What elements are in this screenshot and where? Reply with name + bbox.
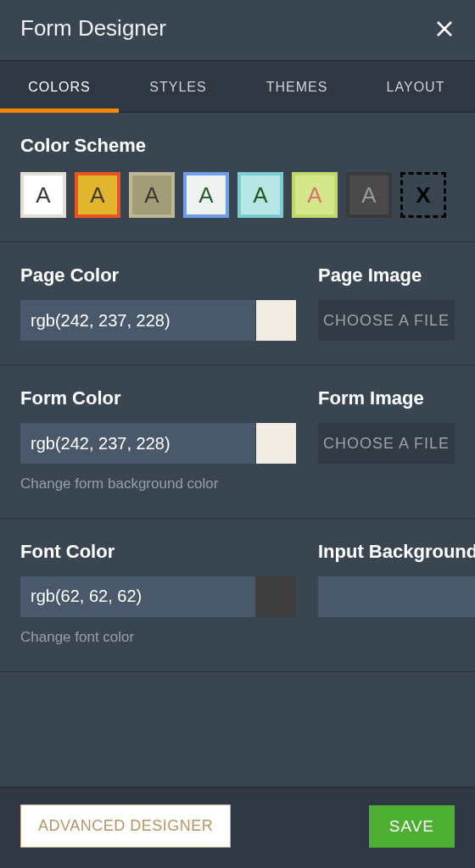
tab-layout[interactable]: LAYOUT <box>356 61 475 112</box>
form-color-input-wrap <box>20 423 296 464</box>
swatch-custom[interactable]: X <box>400 172 446 218</box>
page-color-label: Page Color <box>20 264 296 287</box>
section-font: Font Color Change font color Input Backg… <box>0 519 475 672</box>
form-color-input[interactable] <box>20 423 255 464</box>
form-color-helper: Change form background color <box>20 474 296 494</box>
font-color-input[interactable] <box>20 576 255 617</box>
page-choose-file-button[interactable]: CHOOSE A FILE <box>318 300 455 341</box>
swatch-2[interactable]: A <box>129 172 175 218</box>
page-title: Form Designer <box>20 15 166 42</box>
tab-styles[interactable]: STYLES <box>119 61 238 112</box>
section-form: Form Color Change form background color … <box>0 365 475 519</box>
header: Form Designer <box>0 0 475 60</box>
font-color-chip[interactable] <box>255 576 296 617</box>
section-color-scheme: Color Scheme AAAAAAAX <box>0 113 475 242</box>
form-choose-file-button[interactable]: CHOOSE A FILE <box>318 423 455 464</box>
swatch-0[interactable]: A <box>20 172 66 218</box>
tab-colors[interactable]: COLORS <box>0 61 119 112</box>
tabs: COLORS STYLES THEMES LAYOUT <box>0 60 475 113</box>
input-bg-label: Input Background <box>318 541 475 563</box>
font-color-input-wrap <box>20 576 296 617</box>
font-color-helper: Change font color <box>20 627 296 648</box>
color-scheme-title: Color Scheme <box>20 135 455 157</box>
swatch-4[interactable]: A <box>238 172 283 218</box>
swatch-5[interactable]: A <box>292 172 338 218</box>
form-image-label: Form Image <box>318 387 455 409</box>
page-color-input-wrap <box>20 300 296 341</box>
page-color-input[interactable] <box>20 300 255 341</box>
swatch-3[interactable]: A <box>183 172 229 218</box>
page-image-label: Page Image <box>318 264 455 287</box>
footer: ADVANCED DESIGNER SAVE <box>0 787 475 868</box>
section-page: Page Color Page Image CHOOSE A FILE <box>0 242 475 365</box>
swatch-row: AAAAAAAX <box>20 172 455 218</box>
save-button[interactable]: SAVE <box>369 805 455 848</box>
form-color-chip[interactable] <box>255 423 296 464</box>
font-color-label: Font Color <box>20 541 296 563</box>
input-bg-input[interactable] <box>318 576 475 617</box>
page-color-chip[interactable] <box>255 300 296 341</box>
swatch-6[interactable]: A <box>346 172 392 218</box>
swatch-1[interactable]: A <box>75 172 120 218</box>
input-bg-input-wrap <box>318 576 475 617</box>
form-color-label: Form Color <box>20 387 296 409</box>
close-icon[interactable] <box>434 19 455 39</box>
tab-themes[interactable]: THEMES <box>238 61 356 112</box>
advanced-designer-button[interactable]: ADVANCED DESIGNER <box>20 804 231 848</box>
